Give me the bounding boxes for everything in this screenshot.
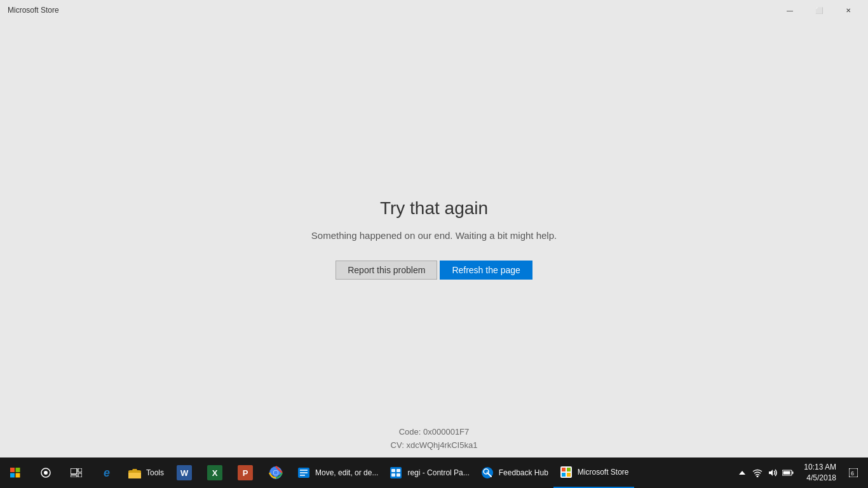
taskbar-app-ie[interactable]: e (92, 458, 122, 488)
ppt-icon: P (238, 465, 253, 480)
taskbar-tools-label: Tools (146, 468, 164, 477)
system-tray: 10:13 AM 4/5/2018 6 (731, 458, 868, 488)
svg-rect-18 (300, 475, 305, 476)
start-button[interactable] (0, 458, 31, 488)
systray-expand-icon[interactable] (736, 458, 749, 488)
feedback-icon (480, 465, 495, 480)
svg-rect-23 (397, 473, 400, 477)
task-view-button[interactable] (61, 458, 92, 488)
svg-point-34 (757, 476, 759, 478)
excel-icon: X (207, 465, 222, 480)
error-code: Code: 0x000001F7 (391, 426, 478, 439)
taskbar-move-edit-label: Move, edit, or de... (315, 468, 378, 477)
network-icon[interactable] (751, 458, 764, 488)
notification-center-button[interactable]: 6 (844, 458, 863, 488)
clock[interactable]: 10:13 AM 4/5/2018 (797, 462, 841, 484)
battery-icon[interactable] (782, 458, 794, 488)
clock-date: 4/5/2018 (806, 473, 836, 484)
error-heading: Try that again (380, 198, 488, 219)
svg-rect-22 (391, 473, 395, 477)
app-title: Microsoft Store (8, 6, 59, 15)
taskbar-app-ppt[interactable]: P (230, 458, 261, 488)
report-problem-button[interactable]: Report this problem (336, 261, 437, 280)
minimize-button[interactable]: — (775, 0, 804, 20)
svg-rect-37 (783, 471, 790, 475)
svg-rect-0 (10, 468, 15, 472)
svg-rect-20 (391, 469, 395, 472)
taskbar-app-move-edit[interactable]: Move, edit, or de... (291, 458, 383, 488)
svg-rect-11 (128, 473, 141, 478)
taskbar-feedback-label: Feedback Hub (499, 468, 548, 477)
svg-point-5 (44, 471, 48, 475)
svg-rect-30 (567, 468, 571, 471)
svg-rect-1 (16, 468, 20, 472)
taskbar-app-chrome[interactable] (261, 458, 291, 488)
svg-text:6: 6 (851, 470, 854, 477)
svg-rect-17 (300, 472, 308, 473)
taskbar: e Tools W X P (0, 458, 868, 488)
action-buttons: Report this problem Refresh the page (336, 261, 532, 280)
maximize-button[interactable]: ⬜ (804, 0, 834, 20)
taskbar-app-regi[interactable]: regi - Control Pa... (383, 458, 474, 488)
svg-rect-16 (300, 470, 308, 471)
close-button[interactable]: ✕ (834, 0, 863, 20)
taskbar-regi-label: regi - Control Pa... (407, 468, 469, 477)
svg-rect-21 (397, 469, 400, 472)
svg-rect-36 (792, 471, 794, 474)
msstore-icon (559, 464, 574, 480)
svg-rect-19 (390, 467, 402, 478)
clock-time: 10:13 AM (804, 462, 836, 473)
taskbar-apps: e Tools W X P (92, 458, 731, 488)
svg-point-14 (274, 471, 278, 475)
taskbar-app-feedback[interactable]: Feedback Hub (475, 458, 553, 488)
volume-icon[interactable] (766, 458, 779, 488)
regi-icon (388, 465, 403, 480)
word-icon: W (177, 465, 192, 480)
svg-rect-29 (562, 468, 566, 471)
chrome-icon (268, 465, 283, 480)
taskbar-app-excel[interactable]: X (200, 458, 230, 488)
svg-rect-3 (16, 473, 20, 478)
taskbar-app-msstore[interactable]: Microsoft Store (553, 458, 634, 488)
svg-point-27 (486, 471, 489, 474)
move-edit-icon (296, 465, 311, 480)
title-bar: Microsoft Store — ⬜ ✕ (0, 0, 868, 20)
window-controls: — ⬜ ✕ (775, 0, 863, 20)
svg-rect-7 (78, 468, 82, 472)
cortana-button[interactable] (31, 458, 61, 488)
error-subheading: Something happened on our end. Waiting a… (311, 229, 557, 243)
svg-rect-9 (71, 475, 77, 477)
refresh-page-button[interactable]: Refresh the page (440, 261, 532, 280)
svg-rect-32 (567, 473, 571, 477)
taskbar-app-word[interactable]: W (169, 458, 200, 488)
ie-icon: e (99, 465, 114, 480)
svg-rect-8 (78, 473, 82, 477)
tools-icon (127, 465, 142, 480)
svg-rect-31 (562, 473, 566, 477)
svg-marker-33 (739, 471, 745, 475)
main-content: Try that again Something happened on our… (0, 20, 868, 458)
svg-rect-6 (71, 468, 77, 474)
svg-rect-2 (10, 473, 15, 478)
error-cv: CV: xdcWQhj4rkCI5ka1 (391, 439, 478, 452)
error-codes: Code: 0x000001F7 CV: xdcWQhj4rkCI5ka1 (391, 426, 478, 452)
taskbar-app-tools[interactable]: Tools (122, 458, 169, 488)
taskbar-msstore-label: Microsoft Store (578, 468, 629, 477)
